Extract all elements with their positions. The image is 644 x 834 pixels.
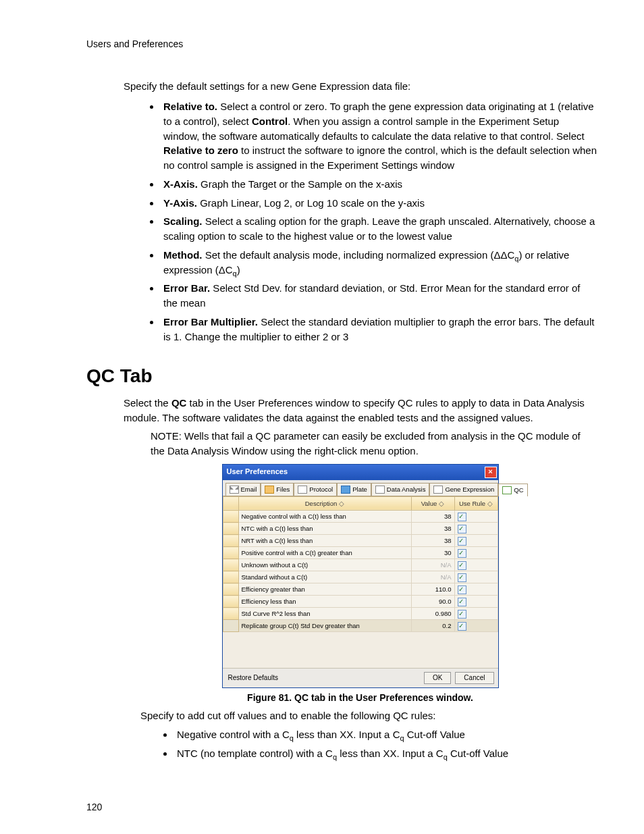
dialog-footer: Restore Defaults OK Cancel bbox=[223, 668, 498, 688]
table-row[interactable]: Standard without a C(t)N/A bbox=[223, 571, 498, 583]
cell-value[interactable]: 30 bbox=[411, 547, 454, 559]
qc-rules-table: Description◇ Value◇ Use Rule◇ Negative c… bbox=[223, 496, 498, 633]
use-rule-checkbox[interactable] bbox=[458, 585, 466, 594]
protocol-icon bbox=[298, 486, 307, 494]
row-header bbox=[223, 608, 238, 620]
tab-protocol[interactable]: Protocol bbox=[294, 483, 337, 496]
cell-description: Efficiency less than bbox=[238, 596, 411, 608]
cell-value[interactable]: 38 bbox=[411, 511, 454, 523]
tab-data-analysis[interactable]: Data Analysis bbox=[371, 483, 430, 496]
qc-tab-heading: QC Tab bbox=[86, 363, 597, 390]
tab-qc[interactable]: QC bbox=[498, 484, 527, 496]
cancel-button[interactable]: Cancel bbox=[455, 672, 493, 685]
use-rule-checkbox[interactable] bbox=[458, 610, 466, 619]
use-rule-checkbox[interactable] bbox=[458, 561, 466, 570]
cell-value[interactable]: 110.0 bbox=[411, 583, 454, 596]
cell-value[interactable]: N/A bbox=[411, 559, 454, 571]
table-row[interactable]: Positive control with a C(t) greater tha… bbox=[223, 547, 498, 559]
table-row[interactable]: NRT with a C(t) less than38 bbox=[223, 535, 498, 547]
page: Users and Preferences Specify the defaul… bbox=[0, 0, 644, 834]
bullet-relative-to: Relative to. Select a control or zero. T… bbox=[161, 99, 597, 173]
dialog-titlebar: User Preferences × bbox=[223, 465, 498, 480]
col-use-rule[interactable]: Use Rule◇ bbox=[454, 496, 498, 511]
tab-email[interactable]: Email bbox=[225, 483, 261, 496]
cell-description: Positive control with a C(t) greater tha… bbox=[238, 547, 411, 559]
cell-use-rule bbox=[454, 571, 498, 583]
bullet-qc-ntc: NTC (no template control) with a Cq less… bbox=[174, 746, 597, 761]
table-row[interactable]: NTC with a C(t) less than38 bbox=[223, 523, 498, 535]
qc-table-wrap: Description◇ Value◇ Use Rule◇ Negative c… bbox=[223, 496, 498, 668]
cell-value[interactable]: 38 bbox=[411, 535, 454, 547]
tab-gene-expression[interactable]: Gene Expression bbox=[429, 483, 498, 496]
data-analysis-icon bbox=[375, 486, 385, 494]
restore-defaults-button[interactable]: Restore Defaults bbox=[227, 673, 279, 684]
row-header bbox=[223, 583, 238, 596]
figure-wrap: User Preferences × Email Files Protocol … bbox=[86, 464, 597, 705]
sort-icon: ◇ bbox=[439, 500, 444, 507]
qc-icon bbox=[502, 486, 512, 494]
cell-description: Standard without a C(t) bbox=[238, 571, 411, 583]
col-description[interactable]: Description◇ bbox=[238, 496, 411, 511]
table-row[interactable]: Replicate group C(t) Std Dev greater tha… bbox=[223, 620, 498, 632]
sort-icon: ◇ bbox=[487, 500, 493, 507]
table-row[interactable]: Efficiency less than90.0 bbox=[223, 596, 498, 608]
cell-value[interactable]: 90.0 bbox=[411, 596, 454, 608]
use-rule-checkbox[interactable] bbox=[458, 573, 466, 582]
post-figure-paragraph: Specify to add cut off values and to ena… bbox=[86, 708, 597, 723]
cell-description: Replicate group C(t) Std Dev greater tha… bbox=[238, 620, 411, 632]
cell-use-rule bbox=[454, 511, 498, 523]
table-row[interactable]: Std Curve R^2 less than0.980 bbox=[223, 608, 498, 620]
tab-files[interactable]: Files bbox=[261, 483, 294, 496]
col-value[interactable]: Value◇ bbox=[411, 496, 454, 511]
row-header bbox=[223, 596, 238, 608]
tab-strip: Email Files Protocol Plate Data Analysis… bbox=[223, 480, 498, 496]
gene-expression-icon bbox=[433, 486, 443, 494]
bullet-method: Method. Set the default analysis mode, i… bbox=[161, 248, 597, 278]
cell-use-rule bbox=[454, 620, 498, 632]
ok-button[interactable]: OK bbox=[424, 672, 451, 685]
sort-icon: ◇ bbox=[339, 500, 344, 507]
table-row[interactable]: Negative control with a C(t) less than38 bbox=[223, 511, 498, 523]
cell-value[interactable]: 0.980 bbox=[411, 608, 454, 620]
cell-use-rule bbox=[454, 596, 498, 608]
bullet-error-bar: Error Bar. Select Std Dev. for standard … bbox=[161, 281, 597, 311]
cell-value[interactable]: 0.2 bbox=[411, 620, 454, 632]
qc-rules-bullet-list: Negative control with a Cq less than XX.… bbox=[86, 727, 597, 761]
user-preferences-dialog: User Preferences × Email Files Protocol … bbox=[222, 464, 499, 688]
row-header bbox=[223, 535, 238, 547]
cell-use-rule bbox=[454, 583, 498, 596]
use-rule-checkbox[interactable] bbox=[458, 525, 466, 533]
tab-plate[interactable]: Plate bbox=[337, 483, 371, 496]
page-number: 120 bbox=[86, 800, 102, 814]
use-rule-checkbox[interactable] bbox=[458, 598, 466, 606]
use-rule-checkbox[interactable] bbox=[458, 622, 466, 631]
cell-value[interactable]: 38 bbox=[411, 523, 454, 535]
qc-note: NOTE: Wells that fail a QC parameter can… bbox=[86, 429, 597, 459]
use-rule-checkbox[interactable] bbox=[458, 537, 466, 546]
figure-caption: Figure 81. QC tab in the User Preference… bbox=[124, 691, 597, 704]
use-rule-checkbox[interactable] bbox=[458, 549, 466, 558]
cell-use-rule bbox=[454, 535, 498, 547]
intro-paragraph: Specify the default settings for a new G… bbox=[86, 79, 597, 94]
table-row[interactable]: Unknown without a C(t)N/A bbox=[223, 559, 498, 571]
qc-paragraph: Select the QC tab in the User Preference… bbox=[86, 396, 597, 425]
mail-icon bbox=[230, 486, 239, 494]
close-icon[interactable]: × bbox=[485, 467, 497, 478]
cell-description: Efficiency greater than bbox=[238, 583, 411, 596]
cell-description: NRT with a C(t) less than bbox=[238, 535, 411, 547]
settings-bullet-list: Relative to. Select a control or zero. T… bbox=[86, 99, 597, 344]
use-rule-checkbox[interactable] bbox=[458, 513, 466, 521]
table-row[interactable]: Efficiency greater than110.0 bbox=[223, 583, 498, 596]
cell-value[interactable]: N/A bbox=[411, 571, 454, 583]
dialog-title: User Preferences bbox=[227, 467, 288, 477]
cell-description: Std Curve R^2 less than bbox=[238, 608, 411, 620]
running-header: Users and Preferences bbox=[41, 37, 603, 51]
cell-use-rule bbox=[454, 547, 498, 559]
row-header bbox=[223, 511, 238, 523]
cell-use-rule bbox=[454, 523, 498, 535]
plate-icon bbox=[341, 486, 350, 494]
row-header bbox=[223, 571, 238, 583]
table-corner bbox=[223, 496, 238, 511]
bullet-y-axis: Y-Axis. Graph Linear, Log 2, or Log 10 s… bbox=[161, 196, 597, 211]
cell-description: Unknown without a C(t) bbox=[238, 559, 411, 571]
